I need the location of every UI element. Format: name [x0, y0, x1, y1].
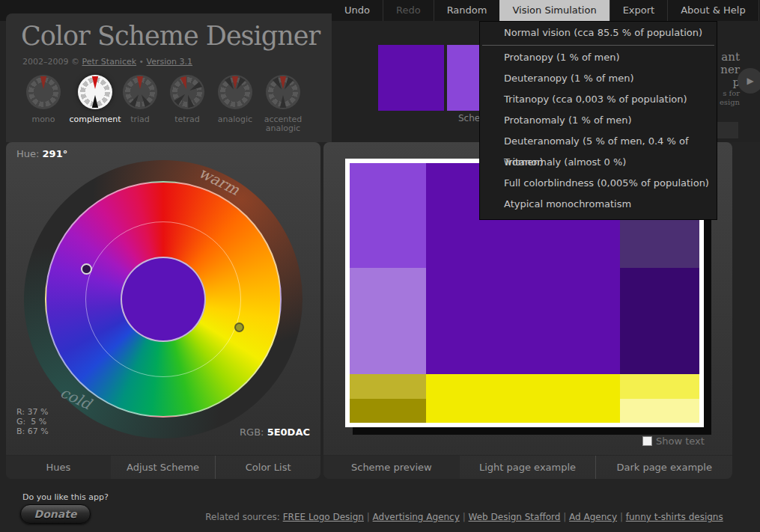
swatch-primary-mid: [350, 163, 426, 268]
dropdown-separator: [482, 45, 714, 46]
vision-option-protanomaly[interactable]: Protanomaly (1 % of men): [480, 110, 717, 131]
link-separator: |: [563, 512, 566, 522]
author-link[interactable]: Petr Stanicek: [82, 57, 137, 67]
tab-dark-page-example[interactable]: Dark page example: [595, 456, 732, 479]
tab-light-page-example[interactable]: Light page example: [460, 456, 596, 479]
subtitle-separator: •: [139, 57, 145, 67]
vision-option-normal[interactable]: Normal vision (cca 85.5 % of population): [480, 22, 717, 43]
tab-scheme-preview[interactable]: Scheme preview: [323, 456, 460, 479]
mode-complement-dial-icon[interactable]: [78, 75, 112, 109]
vision-option-tritanomaly[interactable]: Tritanomaly (almost 0 %): [480, 152, 717, 173]
mode-accented-analogic-dial-icon[interactable]: [266, 75, 300, 109]
menu-about-help[interactable]: About & Help: [667, 0, 759, 21]
like-app-text: Do you like this app?: [22, 492, 109, 502]
vision-option-tritanopy[interactable]: Tritanopy (cca 0,003 % of population): [480, 89, 717, 110]
color-wheel-panel: Hue: 291° warm cold R: 37 % G: 5 % B: 67…: [6, 142, 320, 479]
version-link[interactable]: Version 3.1: [147, 57, 192, 67]
vision-option-deuteranopy[interactable]: Deuteranopy (1 % of men): [480, 68, 717, 89]
mode-label-tetrad[interactable]: tetrad: [166, 115, 208, 124]
menu-undo[interactable]: Undo: [332, 0, 383, 21]
mode-tetrad-dial-icon[interactable]: [170, 75, 204, 109]
link-free-logo-design[interactable]: FREE Logo Design: [283, 512, 364, 522]
scheme-thumbnail-primary: [378, 45, 444, 111]
link-separator: |: [463, 512, 466, 522]
vision-option-deuteranomaly[interactable]: Deuteranomaly (5 % of men, 0.4 % of wome…: [480, 131, 717, 152]
header: Color Scheme Designer 2002–2009 © Petr S…: [6, 13, 332, 142]
swatch-comp-dark-olive: [350, 399, 426, 423]
primary-hue-marker[interactable]: [81, 263, 92, 275]
selected-color-disc: [121, 257, 206, 342]
wheel-tabs: Hues Adjust Scheme Color List: [6, 455, 320, 479]
menu-random[interactable]: Random: [434, 0, 500, 21]
hue-readout: Hue: 291°: [16, 148, 67, 159]
donate-button[interactable]: Donate: [20, 504, 91, 524]
mode-label-complement[interactable]: complement: [69, 115, 121, 124]
swatch-comp-base: [426, 374, 620, 423]
hue-label: Hue:: [16, 148, 39, 159]
tab-hues[interactable]: Hues: [6, 456, 111, 479]
vision-option-protanopy[interactable]: Protanopy (1 % of men): [480, 47, 717, 68]
swatch-comp-pale: [620, 399, 699, 423]
menu-redo[interactable]: Redo: [383, 0, 434, 21]
mode-mono-dial-icon[interactable]: [26, 75, 61, 109]
main-menu: Undo Redo Random Vision Simulation Expor…: [332, 0, 759, 21]
show-text-label[interactable]: Show text: [656, 435, 705, 447]
app-subtitle: 2002–2009 © Petr Stanicek • Version 3.1: [22, 57, 192, 67]
app-title: Color Scheme Designer: [21, 21, 320, 51]
tab-adjust-scheme[interactable]: Adjust Scheme: [111, 456, 216, 479]
link-separator: |: [367, 512, 370, 522]
link-web-design-stafford[interactable]: Web Design Stafford: [469, 512, 561, 522]
vision-option-full-colorblindness[interactable]: Full colorblindness (0,005% of populatio…: [480, 173, 717, 194]
vision-simulation-dropdown: Normal vision (cca 85.5 % of population)…: [479, 21, 717, 220]
swatch-comp-light: [620, 374, 699, 399]
tab-color-list[interactable]: Color List: [215, 456, 320, 479]
related-sources: Related sources: FREE Logo Design | Adve…: [187, 512, 741, 522]
swatch-primary-dark: [620, 268, 699, 374]
preview-tabs: Scheme preview Light page example Dark p…: [323, 455, 732, 479]
link-funny-tshirts[interactable]: funny t-shirts designs: [626, 512, 723, 522]
swatch-primary-light: [350, 268, 426, 374]
mode-label-mono[interactable]: mono: [22, 115, 64, 124]
ad-next-arrow-icon[interactable]: ▶: [738, 68, 760, 94]
menu-export[interactable]: Export: [609, 0, 668, 21]
copyright-text: 2002–2009 ©: [22, 57, 79, 67]
mode-triad-dial-icon[interactable]: [123, 75, 157, 109]
rgb-hex-readout: RGB: 5E0DAC: [240, 426, 310, 438]
rgb-hex-label: RGB:: [240, 426, 264, 438]
vision-option-atypical-monochromatism[interactable]: Atypical monochromatism: [480, 194, 717, 215]
ad-box-fragment: [717, 122, 738, 138]
mode-label-accented-analogic[interactable]: accented analogic: [259, 115, 307, 133]
mode-label-triad[interactable]: triad: [119, 115, 161, 124]
complement-hue-marker[interactable]: [234, 322, 244, 332]
link-advertising-agency[interactable]: Advertising Agency: [373, 512, 460, 522]
mode-analogic-dial-icon[interactable]: [218, 75, 252, 109]
link-ad-agency[interactable]: Ad Agency: [569, 512, 617, 522]
hue-value: 291°: [43, 148, 68, 159]
menu-vision-simulation[interactable]: Vision Simulation: [499, 0, 609, 21]
swatch-comp-olive: [350, 374, 426, 399]
mode-label-analogic[interactable]: analogic: [211, 115, 259, 124]
rgb-percent-readout: R: 37 % G: 5 % B: 67 %: [16, 407, 49, 436]
show-text-checkbox[interactable]: [642, 436, 652, 446]
related-label: Related sources:: [205, 512, 280, 522]
link-separator: |: [620, 512, 623, 522]
rgb-hex-value: 5E0DAC: [267, 426, 310, 438]
